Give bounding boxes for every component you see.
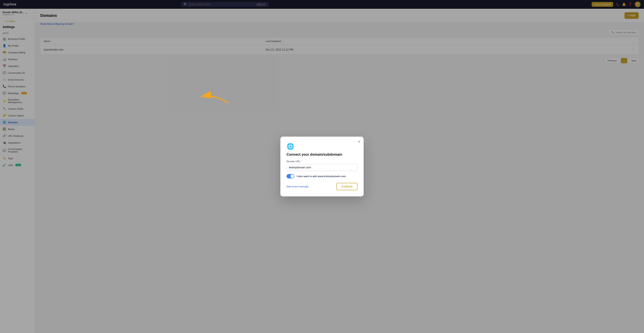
modal-globe-icon: 🌐 <box>286 143 358 150</box>
arrow-annotation <box>188 83 232 119</box>
toggle-label: I also want to add www.testmydomain.com <box>296 175 346 178</box>
www-toggle[interactable] <box>286 174 294 178</box>
toggle-thumb <box>290 174 294 178</box>
domain-url-label: Domain URL* <box>286 160 358 163</box>
www-toggle-row: I also want to add www.testmydomain.com <box>286 174 358 178</box>
connect-domain-modal: ✕ 🌐 Connect your domain/subdomain Domain… <box>280 137 364 196</box>
modal-overlay[interactable]: ✕ 🌐 Connect your domain/subdomain Domain… <box>0 0 644 333</box>
arrow-svg <box>188 83 232 118</box>
add-record-manually-link[interactable]: Add record manually <box>286 185 309 188</box>
modal-footer: Add record manually Continue <box>286 183 358 190</box>
continue-button[interactable]: Continue <box>336 183 358 190</box>
domain-url-input[interactable] <box>286 164 358 171</box>
modal-title: Connect your domain/subdomain <box>286 153 358 157</box>
modal-close-button[interactable]: ✕ <box>358 140 360 144</box>
